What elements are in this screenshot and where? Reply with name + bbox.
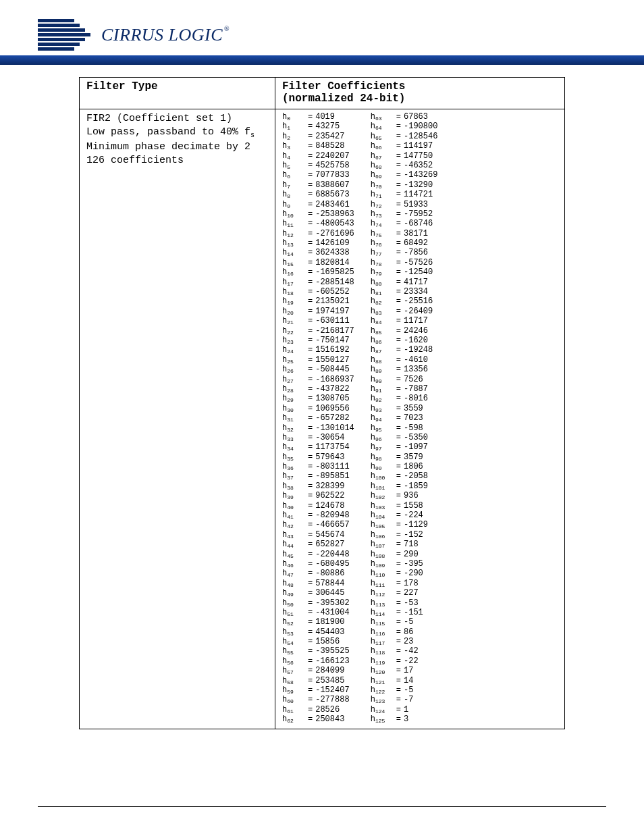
equals-sign: = — [396, 471, 401, 481]
coefficient-row: h58 = 253485 — [282, 676, 354, 685]
coefficient-row: h14 = 3624338 — [282, 248, 354, 257]
coefficient-value: -395525 — [315, 646, 349, 656]
brand-registered-mark: ® — [224, 25, 230, 32]
coefficient-value: -820948 — [315, 511, 349, 520]
brand-name-text: CIRRUS LOGIC — [101, 25, 223, 45]
equals-sign: = — [396, 705, 401, 714]
coefficient-row: h67 = 147750 — [371, 151, 438, 161]
equals-sign: = — [308, 685, 313, 695]
coefficient-row: h17 = -2885148 — [282, 278, 354, 287]
equals-sign: = — [308, 714, 313, 724]
coefficient-value: -395302 — [315, 598, 349, 608]
coefficient-symbol: h122 — [371, 685, 396, 695]
coefficient-value: -80886 — [315, 569, 344, 578]
coefficient-symbol: h72 — [371, 200, 396, 209]
equals-sign: = — [396, 316, 401, 325]
coefficient-row: h50 = -395302 — [282, 598, 354, 608]
coefficient-value: -151 — [404, 608, 423, 617]
coefficient-value: 15856 — [315, 637, 340, 646]
coefficient-symbol: h20 — [282, 307, 308, 316]
filter-type-line: FIR2 (Coefficient set 1) — [86, 112, 268, 126]
coefficient-value: -7887 — [404, 384, 428, 394]
equals-sign: = — [308, 666, 313, 675]
coefficient-value: 147750 — [404, 151, 433, 161]
coefficient-value: -431004 — [315, 608, 349, 617]
equals-sign: = — [396, 248, 401, 257]
equals-sign: = — [308, 209, 313, 219]
equals-sign: = — [308, 404, 313, 413]
equals-sign: = — [396, 296, 401, 306]
coefficient-row: h39 = 962522 — [282, 491, 354, 500]
coefficient-row: h104 = -224 — [371, 511, 438, 520]
equals-sign: = — [308, 423, 313, 433]
svg-rect-5 — [38, 43, 80, 46]
coefficient-row: h9 = 2483461 — [282, 200, 354, 209]
coefficient-symbol: h4 — [282, 151, 308, 161]
filter-type-subscript: s — [250, 132, 254, 139]
coefficient-symbol: h77 — [371, 248, 396, 257]
coefficient-row: h40 = 124678 — [282, 501, 354, 511]
equals-sign: = — [396, 423, 401, 433]
equals-sign: = — [396, 151, 401, 161]
coefficient-value: -166123 — [315, 656, 349, 666]
coefficient-row: h97 = -1097 — [371, 442, 438, 452]
coefficient-row: h116 = 86 — [371, 627, 438, 637]
coefficient-row: h44 = 652827 — [282, 540, 354, 549]
coefficient-row: h43 = 545674 — [282, 530, 354, 540]
equals-sign: = — [308, 695, 313, 704]
coefficient-row: h81 = 23334 — [371, 287, 438, 296]
equals-sign: = — [396, 501, 401, 511]
coefficient-row: h31 = -657282 — [282, 413, 354, 423]
coefficient-value: -1129 — [404, 520, 428, 529]
coefficient-symbol: h3 — [282, 141, 308, 151]
coefficient-row: h11 = -4800543 — [282, 219, 354, 228]
coefficient-symbol: h47 — [282, 569, 308, 578]
coefficient-row: h13 = 1426109 — [282, 238, 354, 248]
equals-sign: = — [308, 617, 313, 627]
equals-sign: = — [396, 530, 401, 540]
coefficient-symbol: h64 — [371, 122, 396, 131]
coefficient-value: 14 — [404, 676, 413, 685]
equals-sign: = — [308, 326, 313, 336]
coefficient-symbol: h124 — [371, 705, 396, 714]
coefficient-value: -7856 — [404, 248, 428, 257]
coefficient-symbol: h58 — [282, 676, 308, 685]
coefficient-symbol: h12 — [282, 229, 308, 238]
coefficient-row: h92 = -8016 — [371, 394, 438, 403]
coefficient-value: 1 — [404, 705, 408, 714]
coefficient-symbol: h57 — [282, 666, 308, 675]
coefficient-symbol: h34 — [282, 442, 308, 452]
coefficient-value: -630111 — [315, 316, 349, 325]
coefficient-symbol: h13 — [282, 238, 308, 248]
equals-sign: = — [396, 170, 401, 180]
equals-sign: = — [308, 520, 313, 529]
equals-sign: = — [396, 219, 401, 228]
svg-rect-2 — [38, 28, 85, 32]
coefficient-row: h20 = 1974197 — [282, 307, 354, 316]
coefficient-value: 545674 — [315, 530, 344, 540]
equals-sign: = — [396, 384, 401, 394]
coefficient-row: h125 = 3 — [371, 714, 438, 724]
equals-sign: = — [308, 433, 313, 442]
coefficient-value: 578844 — [315, 579, 344, 588]
filter-type-cell: FIR2 (Coefficient set 1) Low pass, passb… — [80, 109, 275, 729]
header-coeff-sub: (normalized 24-bit) — [282, 93, 558, 105]
coefficient-row: h34 = 1173754 — [282, 442, 354, 452]
coefficient-symbol: h105 — [371, 520, 396, 529]
coefficient-value: 114197 — [404, 141, 433, 151]
coefficient-row: h74 = -68746 — [371, 219, 438, 228]
coefficient-symbol: h78 — [371, 258, 396, 267]
coefficient-symbol: h61 — [282, 705, 308, 714]
coefficient-symbol: h16 — [282, 267, 308, 277]
coefficient-row: h56 = -166123 — [282, 656, 354, 666]
coefficient-symbol: h99 — [371, 462, 396, 471]
coefficient-row: h106 = -152 — [371, 530, 438, 540]
equals-sign: = — [396, 617, 401, 627]
filter-table: Filter Type Filter Coefficients (normali… — [79, 77, 565, 729]
coefficient-value: -220448 — [315, 550, 349, 559]
coefficient-row: h38 = 328399 — [282, 481, 354, 491]
coefficient-value: -1620 — [404, 336, 428, 345]
coefficient-symbol: h115 — [371, 617, 396, 627]
coefficient-value: -466657 — [315, 520, 349, 529]
coefficient-row: h65 = -128546 — [371, 132, 438, 141]
